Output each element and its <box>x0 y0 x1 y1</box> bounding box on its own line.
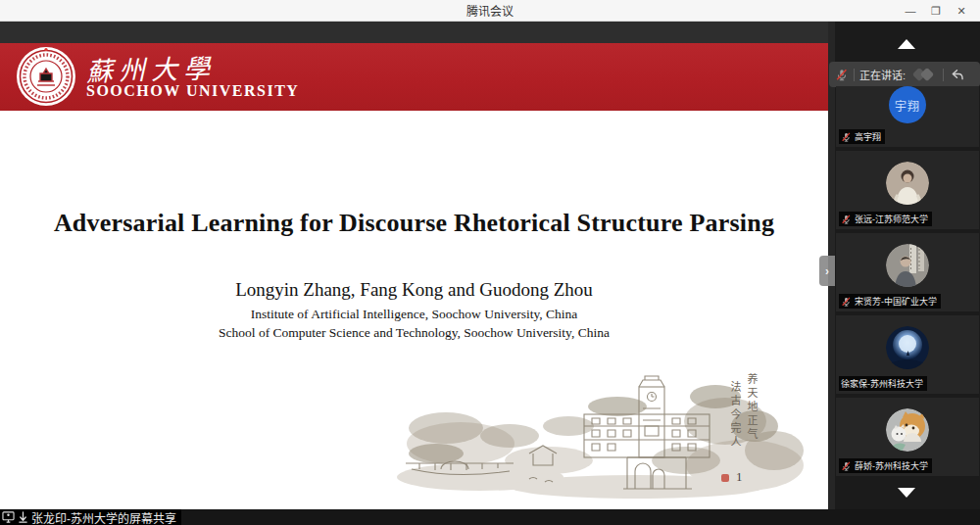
divider <box>854 69 855 81</box>
sidebar-collapse-handle[interactable]: › <box>819 256 835 286</box>
screen-share-view: 蘇州大學 SOOCHOW UNIVERSITY Adversarial Lear… <box>0 22 828 509</box>
restore-icon[interactable]: ❐ <box>925 1 947 21</box>
participant-tile[interactable]: 薛娇-苏州科技大学 <box>836 398 979 476</box>
mic-muted-icon <box>841 296 852 308</box>
participant-name-tag: 薛娇-苏州科技大学 <box>839 458 932 473</box>
avatar <box>886 162 929 205</box>
participants-sidebar: 正在讲话: 宇翔 <box>835 22 980 525</box>
mic-muted-icon <box>835 68 849 82</box>
minimize-icon[interactable]: — <box>900 1 921 21</box>
participant-tile[interactable]: 宋贤芳-中国矿业大学 <box>836 233 979 311</box>
participant-tile[interactable]: 徐家保-苏州科技大学 <box>836 315 979 394</box>
slide-affiliation-1: Institute of Artificial Intelligence, So… <box>0 307 828 322</box>
slide-affiliation-2: School of Computer Science and Technolog… <box>0 325 828 341</box>
presentation-slide: Adversarial Learning for Discourse Rheto… <box>0 111 828 509</box>
slide-title: Adversarial Learning for Discourse Rheto… <box>0 209 828 238</box>
slide-header-banner: 蘇州大學 SOOCHOW UNIVERSITY <box>0 43 828 111</box>
avatar: 宇翔 <box>889 86 926 123</box>
screen-share-icon <box>2 511 15 523</box>
screen-share-chip: 张龙印-苏州大学的屏幕共享 <box>0 509 181 525</box>
avatar <box>886 408 929 452</box>
participant-name-tag: 高宇翔 <box>839 129 885 144</box>
slide-page-number: 1 <box>736 469 743 485</box>
participant-name-tag: 徐家保-苏州科技大学 <box>839 376 927 391</box>
mic-muted-icon <box>841 131 852 143</box>
slide-motto-column-2: 法古今完人 <box>726 381 742 450</box>
participant-name-tag: 张远-江苏师范大学 <box>839 212 932 226</box>
red-seal-icon <box>721 474 729 482</box>
shared-app-top-strip <box>0 22 828 43</box>
close-icon[interactable]: ✕ <box>951 1 972 21</box>
university-name-en: SOOCHOW UNIVERSITY <box>86 82 299 100</box>
divider <box>943 69 944 81</box>
speaking-label: 正在讲话: <box>859 67 906 82</box>
participant-list: 宇翔 高宇翔 <box>836 86 979 480</box>
window-titlebar[interactable]: 腾讯会议 — ❐ ✕ <box>0 0 980 22</box>
participant-tile[interactable]: 宇翔 高宇翔 <box>836 86 979 147</box>
participant-tile[interactable]: 张远-江苏师范大学 <box>836 151 979 229</box>
slide-motto-column-1: 养天地正气 <box>743 373 759 442</box>
scroll-down-icon[interactable] <box>898 488 915 498</box>
window-controls: — ❐ ✕ <box>900 0 972 22</box>
university-seal-icon <box>16 46 76 107</box>
status-bar: 张龙印-苏州大学的屏幕共享 <box>0 509 980 525</box>
speaking-indicator-bar: 正在讲话: <box>829 62 980 87</box>
participant-name-tag: 宋贤芳-中国矿业大学 <box>839 294 941 309</box>
mic-muted-icon <box>841 460 852 472</box>
scroll-up-icon[interactable] <box>898 39 915 49</box>
share-source-label: 张龙印-苏州大学的屏幕共享 <box>31 509 176 525</box>
tencent-meeting-window: 腾讯会议 — ❐ ✕ 蘇州大學 S <box>0 0 980 525</box>
chevron-right-icon: › <box>825 264 829 278</box>
meeting-logo-icon <box>912 68 938 81</box>
avatar <box>886 244 929 287</box>
slide-authors: Longyin Zhang, Fang Kong and Guodong Zho… <box>0 279 828 301</box>
avatar <box>886 326 929 369</box>
audio-share-icon <box>18 511 28 523</box>
mic-muted-icon <box>841 214 852 225</box>
reply-arrow-icon[interactable] <box>950 68 964 81</box>
window-title: 腾讯会议 <box>466 2 514 19</box>
